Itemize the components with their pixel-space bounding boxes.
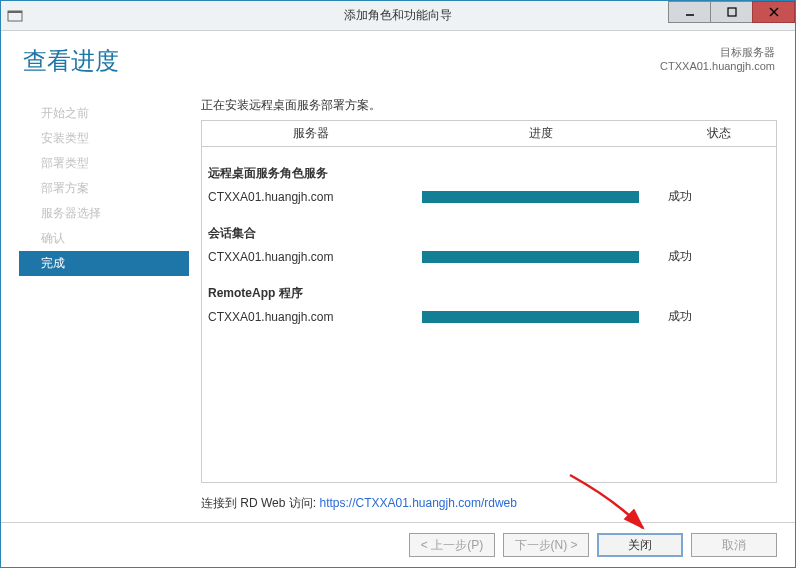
header-status: 状态 (661, 121, 776, 146)
target-label: 目标服务器 (660, 45, 775, 60)
status-text: 成功 (658, 188, 770, 205)
minimize-button[interactable] (668, 1, 711, 23)
link-prefix: 连接到 RD Web 访问: (201, 496, 319, 510)
server-name: CTXXA01.huangjh.com (208, 310, 422, 324)
target-value: CTXXA01.huangjh.com (660, 60, 775, 72)
sidebar-item-confirm: 确认 (19, 226, 189, 251)
server-name: CTXXA01.huangjh.com (208, 190, 422, 204)
sidebar-item-install-type: 安装类型 (19, 126, 189, 151)
sidebar-item-deploy-scenario: 部署方案 (19, 176, 189, 201)
wizard-footer: < 上一步(P) 下一步(N) > 关闭 取消 (1, 522, 795, 567)
progress-bar-cell (422, 251, 658, 263)
sidebar-item-server-select: 服务器选择 (19, 201, 189, 226)
sidebar-item-before-start: 开始之前 (19, 101, 189, 126)
cancel-button: 取消 (691, 533, 777, 557)
group-title: RemoteApp 程序 (208, 285, 770, 302)
next-button: 下一步(N) > (503, 533, 589, 557)
window-controls (669, 1, 795, 30)
progress-bar-cell (422, 191, 658, 203)
rd-web-link[interactable]: https://CTXXA01.huangjh.com/rdweb (319, 496, 516, 510)
progress-bar (422, 191, 639, 203)
window-title: 添加角色和功能向导 (344, 7, 452, 24)
progress-row: CTXXA01.huangjh.com 成功 (202, 306, 776, 327)
server-name: CTXXA01.huangjh.com (208, 250, 422, 264)
progress-header-row: 服务器 进度 状态 (202, 121, 776, 147)
wizard-body: 查看进度 目标服务器 CTXXA01.huangjh.com 开始之前 安装类型… (1, 31, 795, 567)
progress-panel: 服务器 进度 状态 远程桌面服务角色服务 CTXXA01.huangjh.com… (201, 120, 777, 483)
sidebar-item-finish: 完成 (19, 251, 189, 276)
header-progress: 进度 (420, 121, 661, 146)
rd-web-link-row: 连接到 RD Web 访问: https://CTXXA01.huangjh.c… (201, 491, 777, 518)
group-title: 会话集合 (208, 225, 770, 242)
progress-bar (422, 311, 639, 323)
wizard-sidebar: 开始之前 安装类型 部署类型 部署方案 服务器选择 确认 完成 (19, 97, 189, 518)
wizard-header: 查看进度 目标服务器 CTXXA01.huangjh.com (1, 31, 795, 77)
app-icon (7, 8, 23, 24)
progress-bar-cell (422, 311, 658, 323)
close-button[interactable]: 关闭 (597, 533, 683, 557)
target-server-info: 目标服务器 CTXXA01.huangjh.com (660, 45, 775, 72)
svg-rect-3 (728, 8, 736, 16)
progress-bar (422, 251, 639, 263)
header-server: 服务器 (202, 121, 420, 146)
group-title: 远程桌面服务角色服务 (208, 165, 770, 182)
titlebar: 添加角色和功能向导 (1, 1, 795, 31)
sidebar-item-deploy-type: 部署类型 (19, 151, 189, 176)
status-text: 成功 (658, 308, 770, 325)
wizard-main: 正在安装远程桌面服务部署方案。 服务器 进度 状态 远程桌面服务角色服务 CTX… (201, 97, 777, 518)
status-text: 成功 (658, 248, 770, 265)
description-text: 正在安装远程桌面服务部署方案。 (201, 97, 777, 114)
prev-button: < 上一步(P) (409, 533, 495, 557)
progress-row: CTXXA01.huangjh.com 成功 (202, 186, 776, 207)
progress-row: CTXXA01.huangjh.com 成功 (202, 246, 776, 267)
close-window-button[interactable] (752, 1, 795, 23)
svg-rect-1 (8, 11, 22, 13)
maximize-button[interactable] (710, 1, 753, 23)
page-title: 查看进度 (23, 45, 119, 77)
